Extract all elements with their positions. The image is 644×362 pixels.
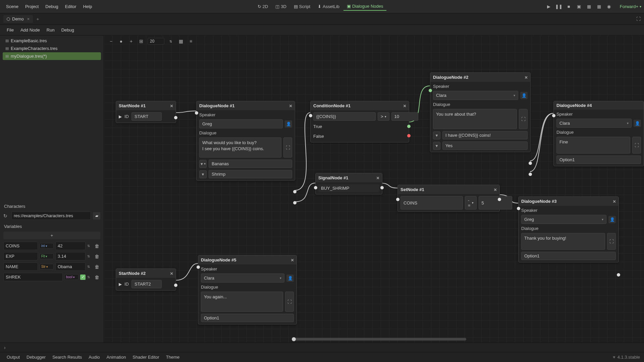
play-icon[interactable]: ▶ [119, 114, 122, 119]
tab-2d[interactable]: ↻2D [254, 2, 272, 11]
play-scene-icon[interactable]: ▣ [576, 3, 582, 10]
menu-help[interactable]: Help [80, 3, 96, 10]
characters-path-input[interactable] [11, 212, 91, 220]
output-port[interactable] [293, 190, 297, 193]
input-port[interactable] [309, 114, 312, 117]
expand-icon[interactable]: ⛶ [283, 137, 292, 158]
option-input[interactable] [209, 160, 292, 168]
render-mode-select[interactable]: Forward+▾ [620, 4, 641, 9]
tab-assetlib[interactable]: ⬇AssetLib [314, 2, 343, 11]
trash-icon[interactable]: 🗑 [94, 254, 100, 259]
close-icon[interactable]: × [289, 103, 292, 109]
dialogue-node-4[interactable]: DialogueNode #4 Speaker Clara▾ 👤 Dialogu… [553, 101, 644, 166]
input-port[interactable] [314, 186, 317, 189]
condition-value-input[interactable] [391, 112, 418, 121]
node-header[interactable]: DialogueNode #5× [198, 255, 297, 264]
dialogue-node-1[interactable]: DialogueNode #1× Speaker Greg 👤 Dialogue… [196, 101, 295, 181]
submenu-file[interactable]: File [4, 27, 16, 33]
start-node-2[interactable]: StartNode #2× ▶ ID [116, 268, 176, 291]
trash-icon[interactable]: 🗑 [94, 275, 100, 280]
set-value-input[interactable] [479, 196, 512, 209]
output-port[interactable] [174, 116, 177, 119]
set-var-input[interactable] [400, 196, 463, 209]
var-name-input[interactable] [3, 242, 38, 250]
start-node-1[interactable]: StartNode #1× ▶ ID [116, 101, 176, 123]
node-header[interactable]: ConditionNode #1× [311, 101, 409, 110]
status-debugger[interactable]: Debugger [24, 354, 48, 360]
clapper-icon[interactable]: ▦ [596, 3, 602, 10]
trash-icon[interactable]: 🗑 [94, 243, 100, 249]
option-input[interactable] [442, 131, 528, 139]
option-input[interactable] [521, 252, 616, 260]
output-port[interactable] [529, 162, 532, 165]
tab-script[interactable]: ▤Script [290, 2, 314, 11]
zoom-out-icon[interactable]: − [107, 38, 115, 45]
stop-icon[interactable]: ■ [566, 3, 572, 10]
speaker-select[interactable]: Greg▾ [521, 215, 606, 224]
speaker-select[interactable]: Clara▾ [433, 91, 518, 100]
menu-project[interactable]: Project [22, 3, 42, 10]
play-icon[interactable]: ▶ [545, 3, 552, 10]
filter-icon[interactable]: ▼★ [199, 160, 207, 168]
output-port[interactable] [293, 201, 297, 204]
node-header[interactable]: DialogueNode #4 [554, 101, 644, 110]
close-icon[interactable]: × [170, 103, 173, 109]
arrange-icon[interactable]: ≡ [187, 38, 195, 45]
close-icon[interactable]: × [27, 16, 30, 21]
spinner-icon[interactable]: ⇅ [87, 244, 92, 248]
submenu-debug[interactable]: Debug [59, 27, 77, 33]
filter-icon[interactable]: ▼ [199, 170, 207, 178]
var-name-input[interactable] [3, 273, 63, 281]
node-header[interactable]: DialogueNode #1× [197, 101, 295, 110]
var-type-select[interactable]: bool▾ [64, 274, 78, 280]
output-port[interactable] [498, 198, 501, 201]
close-icon[interactable]: × [403, 103, 406, 109]
option-input[interactable] [442, 141, 528, 150]
node-header[interactable]: DialogueNode #3× [519, 197, 619, 206]
node-header[interactable]: DialogueNode #2× [430, 73, 530, 82]
person-icon[interactable]: 👤 [286, 275, 294, 282]
input-port[interactable] [517, 207, 520, 210]
snap-icon[interactable]: ⊞ [138, 38, 145, 45]
filter-icon[interactable]: ▼ [433, 131, 440, 139]
node-header[interactable]: SignalNode #1× [316, 173, 382, 182]
spinner-icon[interactable]: ⇅ [87, 265, 92, 268]
output-port[interactable] [174, 284, 177, 287]
render-icon[interactable]: ◉ [606, 3, 612, 10]
node-graph-canvas[interactable]: − ● + ⊞ ⇅ ▦ ≡ StartNode #1× ▶ [104, 36, 644, 343]
signal-input[interactable] [318, 184, 379, 192]
speaker-select[interactable]: Clara▾ [201, 274, 284, 283]
scrollbar-thumb[interactable] [292, 337, 296, 341]
var-type-select[interactable]: Str▾ [40, 264, 54, 269]
dialogue-node-5[interactable]: DialogueNode #5× Speaker Clara▾ 👤 Dialog… [198, 255, 297, 324]
trash-icon[interactable]: 🗑 [94, 264, 100, 269]
expand-icon[interactable]: ⛶ [632, 137, 641, 154]
submenu-run[interactable]: Run [44, 27, 57, 33]
person-icon[interactable]: 👤 [608, 216, 616, 223]
distraction-free-icon[interactable]: ⛶ [636, 16, 641, 21]
set-node-1[interactable]: SetNode #1× -=▾ [397, 185, 500, 212]
status-audio[interactable]: Audio [86, 354, 102, 360]
speaker-select[interactable]: Greg [199, 119, 283, 128]
output-port[interactable] [617, 273, 620, 277]
submenu-add-node[interactable]: Add Node [18, 27, 43, 33]
menu-editor[interactable]: Editor [62, 3, 80, 10]
input-port[interactable] [396, 198, 399, 201]
input-port[interactable] [429, 89, 432, 92]
tab-dialogue-nodes[interactable]: ▣Dialogue Nodes [343, 2, 387, 11]
set-op-select[interactable]: -=▾ [465, 196, 477, 209]
signal-node-1[interactable]: SignalNode #1× [315, 173, 382, 194]
var-value-input[interactable] [55, 262, 86, 271]
chevron-right-icon[interactable]: › [4, 345, 6, 350]
dialogue-text[interactable]: You again... [201, 292, 283, 312]
input-port[interactable] [195, 111, 198, 115]
minimap-icon[interactable]: ▦ [177, 38, 184, 45]
horizontal-scrollbar[interactable] [292, 338, 466, 341]
spinner-icon[interactable]: ⇅ [87, 254, 92, 258]
var-name-input[interactable] [3, 252, 38, 260]
option-input[interactable] [201, 314, 294, 322]
node-header[interactable]: StartNode #2× [116, 269, 176, 278]
var-value-input[interactable] [55, 252, 86, 260]
id-input[interactable] [131, 280, 162, 288]
close-icon[interactable]: × [170, 270, 173, 276]
